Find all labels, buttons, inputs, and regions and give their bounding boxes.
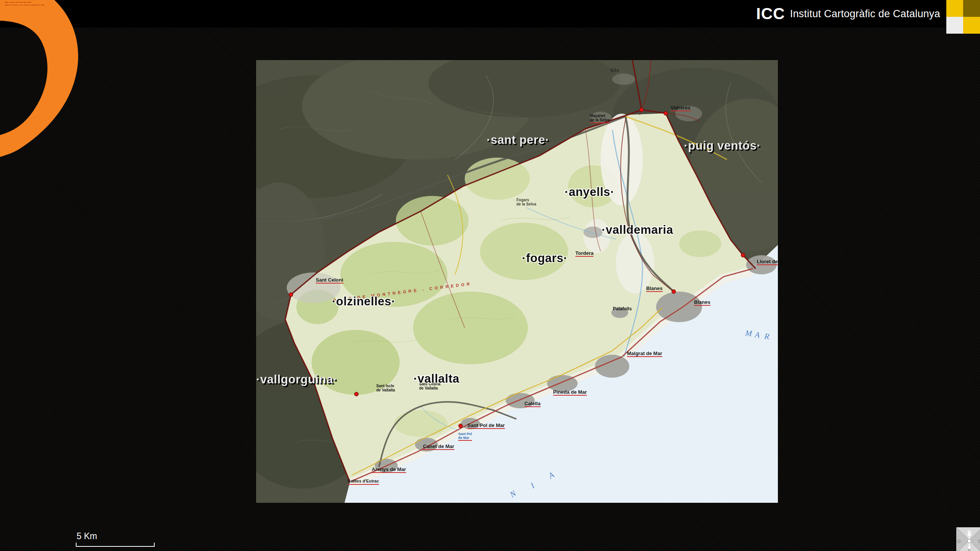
town-label-blanes-coast: Blanes bbox=[694, 300, 710, 306]
fine-print-line: ▪▪▪▪▪ ▪▪▪ ▪▪▪▪ ▪ ▪ ▪▪ ▪▪▪▪ ▪▪ ▪▪▪▪▪▪▪ ▪▪… bbox=[5, 4, 45, 7]
brand-acronym: ICC bbox=[756, 5, 785, 23]
scale-bar-line bbox=[76, 543, 155, 547]
town-label-sant-iscle: Sant Iscle de Vallalta bbox=[376, 384, 395, 392]
square-grey-bl bbox=[946, 17, 963, 34]
town-label-malgrat: Malgrat de Mar bbox=[627, 351, 662, 357]
compass-label-n: N bbox=[967, 529, 971, 535]
town-label-sant-pol-small: Sant Pol de Mar bbox=[458, 432, 472, 441]
compass-rose: N S O E bbox=[956, 527, 980, 551]
compass-center bbox=[967, 539, 971, 543]
overlay-label-vallgorguina[interactable]: ·vallgorguina· bbox=[256, 373, 337, 386]
town-label-blanes-inland: Blanes bbox=[646, 286, 663, 292]
scale-bar: 5 Km bbox=[76, 531, 155, 547]
scale-bar-label: 5 Km bbox=[77, 531, 155, 541]
town-label-vidreres: Vidreres bbox=[671, 105, 691, 111]
overlay-label-valldemaria[interactable]: ·valldemaria bbox=[602, 223, 673, 237]
icc-brand: ICC Institut Cartogràfic de Catalunya bbox=[756, 0, 940, 28]
square-gold-tr bbox=[963, 0, 980, 17]
overlay-label-vallalta[interactable]: ·vallalta bbox=[413, 372, 459, 386]
brand-name: Institut Cartogràfic de Catalunya bbox=[790, 8, 940, 20]
brand-squares bbox=[946, 0, 980, 34]
overlay-label-puig-ventos[interactable]: ·puig ventós· bbox=[684, 139, 761, 153]
town-label-calella: Calella bbox=[524, 401, 541, 407]
town-label-sils: Sils bbox=[610, 68, 619, 73]
swoosh-shape bbox=[0, 0, 78, 157]
fine-print-line: ▪▪▪▪ ▪ ▪▪▪▪ ▪▪▪ ▪▪▪▪ ▪▪▪ ▪▪▪▪▪ bbox=[5, 1, 45, 4]
overlay-label-anyells[interactable]: ·anyells· bbox=[565, 185, 614, 199]
town-label-fogars-de-la-selva: Fogars de la Selva bbox=[516, 198, 536, 206]
overlay-label-olzinelles[interactable]: ·olzinelles· bbox=[332, 295, 395, 308]
compass-label-e: E bbox=[978, 539, 980, 544]
town-label-lloret: Lloret de M bbox=[757, 259, 778, 265]
town-label-canet: Canet de Mar bbox=[423, 444, 454, 450]
square-yellow-tl bbox=[946, 0, 963, 17]
compass-pan-control[interactable]: N S O E bbox=[956, 527, 980, 551]
compass-label-s: S bbox=[968, 548, 971, 551]
town-label-arenys: Arenys de Mar bbox=[372, 467, 406, 473]
town-label-caldes: Caldes d'Estrac bbox=[348, 479, 379, 485]
sea-letter-r: R bbox=[764, 331, 770, 341]
town-label-palafolls: Palafolls bbox=[613, 306, 632, 311]
orange-swoosh-logo bbox=[0, 0, 84, 168]
town-label-tordera: Tordera bbox=[575, 251, 593, 257]
sea-letter-a: A bbox=[755, 330, 760, 340]
square-yellow-br bbox=[963, 17, 980, 34]
town-label-sant-pol: Sant Pol de Mar bbox=[467, 423, 505, 429]
compass-label-w: O bbox=[957, 539, 960, 544]
overlay-label-fogars[interactable]: ·fogars· bbox=[522, 251, 567, 265]
logo-fine-print: ▪▪▪▪ ▪ ▪▪▪▪ ▪▪▪ ▪▪▪▪ ▪▪▪ ▪▪▪▪▪ ▪▪▪▪▪ ▪▪▪… bbox=[5, 1, 45, 7]
town-label-sant-celoni: Sant Celoni bbox=[316, 277, 343, 284]
town-label-pineda: Pineda de Mar bbox=[553, 390, 587, 396]
sea-letter-m: M bbox=[745, 328, 753, 339]
topographic-map-viewport[interactable]: Sant Celoni Sils Vidreres Maçanet de la … bbox=[256, 60, 778, 503]
town-label-macanet: Maçanet de la Selva bbox=[590, 114, 610, 123]
overlay-label-sant-pere[interactable]: ·sant pere· bbox=[487, 133, 549, 147]
